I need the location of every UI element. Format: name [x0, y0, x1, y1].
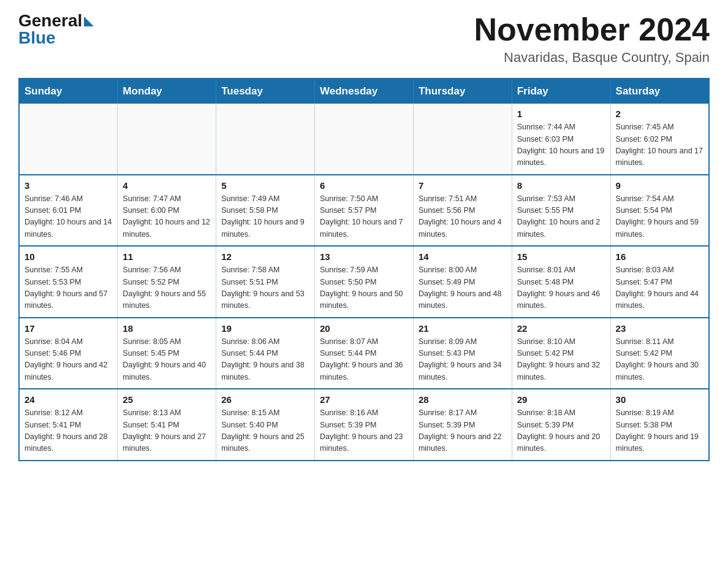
calendar-week-2: 3Sunrise: 7:46 AMSunset: 6:01 PMDaylight… — [19, 175, 709, 247]
day-info: Sunrise: 8:05 AMSunset: 5:45 PMDaylight:… — [123, 336, 211, 384]
day-number: 15 — [517, 251, 605, 262]
day-info: Sunrise: 7:44 AMSunset: 6:03 PMDaylight:… — [517, 121, 605, 169]
day-number: 10 — [25, 251, 112, 262]
day-info: Sunrise: 7:54 AMSunset: 5:54 PMDaylight:… — [616, 193, 703, 241]
calendar-cell: 12Sunrise: 7:58 AMSunset: 5:51 PMDayligh… — [216, 246, 315, 318]
calendar-header-wednesday: Wednesday — [315, 79, 414, 104]
day-number: 1 — [517, 109, 605, 119]
day-info: Sunrise: 8:07 AMSunset: 5:44 PMDaylight:… — [320, 336, 408, 384]
calendar-header-tuesday: Tuesday — [216, 79, 315, 104]
day-number: 30 — [616, 394, 703, 405]
logo-blue-text: Blue — [18, 28, 56, 47]
calendar-cell: 27Sunrise: 8:16 AMSunset: 5:39 PMDayligh… — [315, 389, 414, 461]
logo-general-text: General — [18, 12, 82, 29]
calendar-cell — [118, 104, 216, 175]
day-info: Sunrise: 7:51 AMSunset: 5:56 PMDaylight:… — [419, 193, 507, 241]
day-info: Sunrise: 7:45 AMSunset: 6:02 PMDaylight:… — [616, 121, 703, 169]
day-info: Sunrise: 7:58 AMSunset: 5:51 PMDaylight:… — [221, 264, 309, 312]
calendar-week-5: 24Sunrise: 8:12 AMSunset: 5:41 PMDayligh… — [19, 389, 709, 461]
day-info: Sunrise: 8:13 AMSunset: 5:41 PMDaylight:… — [123, 407, 211, 455]
day-number: 22 — [517, 323, 605, 334]
calendar-cell: 15Sunrise: 8:01 AMSunset: 5:48 PMDayligh… — [512, 246, 610, 318]
calendar-cell — [216, 104, 315, 175]
calendar-cell: 7Sunrise: 7:51 AMSunset: 5:56 PMDaylight… — [413, 175, 512, 247]
day-info: Sunrise: 7:55 AMSunset: 5:53 PMDaylight:… — [25, 264, 112, 312]
day-number: 14 — [419, 251, 507, 262]
day-info: Sunrise: 8:11 AMSunset: 5:42 PMDaylight:… — [616, 336, 703, 384]
day-number: 26 — [221, 394, 309, 405]
calendar-cell: 4Sunrise: 7:47 AMSunset: 6:00 PMDaylight… — [118, 175, 216, 247]
day-number: 27 — [320, 394, 408, 405]
logo: General Blue — [18, 12, 94, 47]
calendar-cell: 26Sunrise: 8:15 AMSunset: 5:40 PMDayligh… — [216, 389, 315, 461]
location-subtitle: Navaridas, Basque Country, Spain — [474, 50, 710, 66]
calendar-cell: 1Sunrise: 7:44 AMSunset: 6:03 PMDaylight… — [512, 104, 610, 175]
calendar-header-friday: Friday — [512, 79, 610, 104]
calendar-header-monday: Monday — [118, 79, 216, 104]
calendar-cell: 3Sunrise: 7:46 AMSunset: 6:01 PMDaylight… — [19, 175, 118, 247]
day-info: Sunrise: 7:50 AMSunset: 5:57 PMDaylight:… — [320, 193, 408, 241]
day-info: Sunrise: 7:59 AMSunset: 5:50 PMDaylight:… — [320, 264, 408, 312]
calendar-cell — [315, 104, 414, 175]
calendar-week-4: 17Sunrise: 8:04 AMSunset: 5:46 PMDayligh… — [19, 318, 709, 389]
calendar-cell: 17Sunrise: 8:04 AMSunset: 5:46 PMDayligh… — [19, 318, 118, 389]
calendar-cell: 13Sunrise: 7:59 AMSunset: 5:50 PMDayligh… — [315, 246, 414, 318]
day-info: Sunrise: 8:16 AMSunset: 5:39 PMDaylight:… — [320, 407, 408, 455]
calendar-cell: 2Sunrise: 7:45 AMSunset: 6:02 PMDaylight… — [610, 104, 709, 175]
calendar-cell: 14Sunrise: 8:00 AMSunset: 5:49 PMDayligh… — [413, 246, 512, 318]
day-info: Sunrise: 7:46 AMSunset: 6:01 PMDaylight:… — [25, 193, 112, 241]
day-number: 3 — [25, 180, 112, 191]
page-header: General Blue November 2024 Navaridas, Ba… — [18, 12, 710, 66]
day-number: 7 — [419, 180, 507, 191]
day-number: 8 — [517, 180, 605, 191]
calendar-cell: 25Sunrise: 8:13 AMSunset: 5:41 PMDayligh… — [118, 389, 216, 461]
day-number: 12 — [221, 251, 309, 262]
day-info: Sunrise: 8:09 AMSunset: 5:43 PMDaylight:… — [419, 336, 507, 384]
calendar-cell: 18Sunrise: 8:05 AMSunset: 5:45 PMDayligh… — [118, 318, 216, 389]
calendar-cell: 9Sunrise: 7:54 AMSunset: 5:54 PMDaylight… — [610, 175, 709, 247]
calendar-header-thursday: Thursday — [413, 79, 512, 104]
day-info: Sunrise: 7:56 AMSunset: 5:52 PMDaylight:… — [123, 264, 211, 312]
day-number: 9 — [616, 180, 703, 191]
day-number: 21 — [419, 323, 507, 334]
day-info: Sunrise: 8:12 AMSunset: 5:41 PMDaylight:… — [25, 407, 112, 455]
calendar-table: SundayMondayTuesdayWednesdayThursdayFrid… — [18, 78, 710, 461]
calendar-cell: 22Sunrise: 8:10 AMSunset: 5:42 PMDayligh… — [512, 318, 610, 389]
calendar-cell: 20Sunrise: 8:07 AMSunset: 5:44 PMDayligh… — [315, 318, 414, 389]
day-number: 29 — [517, 394, 605, 405]
day-info: Sunrise: 8:18 AMSunset: 5:39 PMDaylight:… — [517, 407, 605, 455]
day-number: 25 — [123, 394, 211, 405]
calendar-cell: 29Sunrise: 8:18 AMSunset: 5:39 PMDayligh… — [512, 389, 610, 461]
day-info: Sunrise: 8:19 AMSunset: 5:38 PMDaylight:… — [616, 407, 703, 455]
calendar-header-saturday: Saturday — [610, 79, 709, 104]
calendar-cell: 19Sunrise: 8:06 AMSunset: 5:44 PMDayligh… — [216, 318, 315, 389]
calendar-cell: 24Sunrise: 8:12 AMSunset: 5:41 PMDayligh… — [19, 389, 118, 461]
logo-arrow-icon — [84, 17, 94, 26]
calendar-cell: 5Sunrise: 7:49 AMSunset: 5:58 PMDaylight… — [216, 175, 315, 247]
calendar-week-1: 1Sunrise: 7:44 AMSunset: 6:03 PMDaylight… — [19, 104, 709, 175]
day-number: 18 — [123, 323, 211, 334]
calendar-cell: 28Sunrise: 8:17 AMSunset: 5:39 PMDayligh… — [413, 389, 512, 461]
day-number: 20 — [320, 323, 408, 334]
day-info: Sunrise: 8:15 AMSunset: 5:40 PMDaylight:… — [221, 407, 309, 455]
calendar-cell: 21Sunrise: 8:09 AMSunset: 5:43 PMDayligh… — [413, 318, 512, 389]
calendar-cell — [413, 104, 512, 175]
day-number: 23 — [616, 323, 703, 334]
day-info: Sunrise: 7:53 AMSunset: 5:55 PMDaylight:… — [517, 193, 605, 241]
calendar-week-3: 10Sunrise: 7:55 AMSunset: 5:53 PMDayligh… — [19, 246, 709, 318]
day-number: 28 — [419, 394, 507, 405]
day-info: Sunrise: 7:47 AMSunset: 6:00 PMDaylight:… — [123, 193, 211, 241]
day-info: Sunrise: 8:17 AMSunset: 5:39 PMDaylight:… — [419, 407, 507, 455]
calendar-cell: 10Sunrise: 7:55 AMSunset: 5:53 PMDayligh… — [19, 246, 118, 318]
title-section: November 2024 Navaridas, Basque Country,… — [474, 12, 710, 66]
day-info: Sunrise: 7:49 AMSunset: 5:58 PMDaylight:… — [221, 193, 309, 241]
day-number: 2 — [616, 109, 703, 119]
day-number: 11 — [123, 251, 211, 262]
day-info: Sunrise: 8:03 AMSunset: 5:47 PMDaylight:… — [616, 264, 703, 312]
calendar-cell: 6Sunrise: 7:50 AMSunset: 5:57 PMDaylight… — [315, 175, 414, 247]
calendar-cell: 30Sunrise: 8:19 AMSunset: 5:38 PMDayligh… — [610, 389, 709, 461]
main-title: November 2024 — [474, 12, 710, 47]
calendar-cell: 11Sunrise: 7:56 AMSunset: 5:52 PMDayligh… — [118, 246, 216, 318]
day-info: Sunrise: 8:06 AMSunset: 5:44 PMDaylight:… — [221, 336, 309, 384]
day-info: Sunrise: 8:00 AMSunset: 5:49 PMDaylight:… — [419, 264, 507, 312]
